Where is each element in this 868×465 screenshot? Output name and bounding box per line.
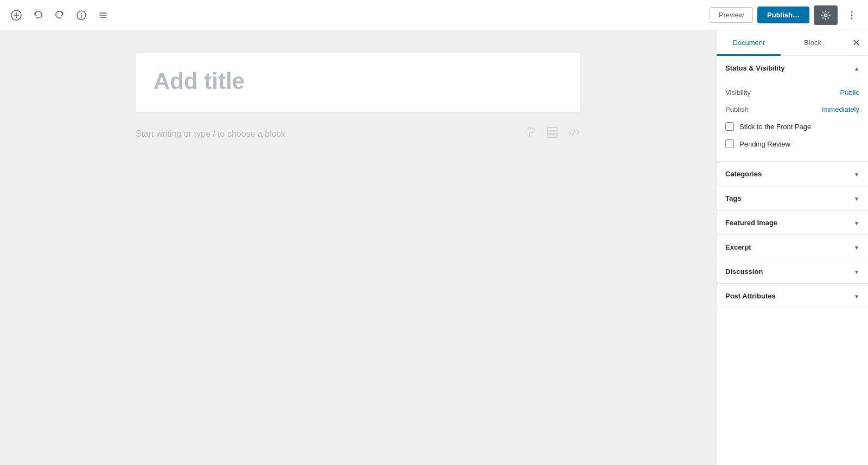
title-block	[136, 52, 580, 113]
svg-rect-13	[547, 128, 557, 137]
status-visibility-content: Visibility Public Publish Immediately St…	[717, 80, 868, 161]
section-featured-image: Featured Image	[717, 211, 868, 235]
section-tags: Tags	[717, 186, 868, 211]
svg-point-9	[825, 14, 827, 16]
add-block-button[interactable]	[7, 5, 26, 25]
visibility-value[interactable]: Public	[840, 88, 859, 97]
tags-title: Tags	[725, 194, 741, 202]
chevron-down-icon-categories	[854, 169, 859, 178]
section-discussion: Discussion	[717, 259, 868, 284]
pending-review-checkbox[interactable]	[725, 139, 734, 148]
editor-content: Start writing or type / to choose a bloc…	[136, 52, 580, 443]
post-attributes-header[interactable]: Post Attributes	[717, 284, 868, 308]
publish-label: Publish	[725, 105, 749, 113]
settings-button[interactable]	[814, 5, 838, 25]
close-sidebar-button[interactable]: ✕	[845, 30, 868, 55]
visibility-label: Visibility	[725, 88, 751, 97]
featured-image-title: Featured Image	[725, 219, 777, 227]
sidebar-tabs: Document Block ✕	[717, 30, 868, 56]
svg-point-10	[851, 11, 853, 12]
publish-value[interactable]: Immediately	[821, 105, 859, 113]
content-icons	[524, 126, 580, 142]
publish-button[interactable]: Publish…	[757, 7, 809, 23]
editor-area: Start writing or type / to choose a bloc…	[0, 30, 716, 465]
pending-review-label[interactable]: Pending Review	[739, 140, 790, 148]
main-layout: Start writing or type / to choose a bloc…	[0, 30, 868, 465]
toolbar-left	[7, 5, 113, 25]
preview-button[interactable]: Preview	[710, 7, 753, 23]
more-options-button[interactable]	[842, 5, 861, 25]
section-categories: Categories	[717, 162, 868, 186]
text-icon[interactable]	[524, 126, 537, 142]
undo-button[interactable]	[28, 5, 48, 25]
toolbar: Preview Publish…	[0, 0, 868, 30]
section-excerpt: Excerpt	[717, 235, 868, 259]
categories-header[interactable]: Categories	[717, 162, 868, 186]
stick-front-page-checkbox[interactable]	[725, 122, 734, 131]
svg-point-5	[81, 12, 82, 14]
tab-block[interactable]: Block	[781, 30, 845, 56]
sidebar: Document Block ✕ Status & Visibility Vis…	[716, 30, 868, 465]
status-visibility-header[interactable]: Status & Visibility	[717, 56, 868, 80]
svg-line-18	[573, 129, 575, 136]
excerpt-header[interactable]: Excerpt	[717, 235, 868, 259]
visibility-row: Visibility Public	[725, 84, 859, 101]
content-placeholder[interactable]: Start writing or type / to choose a bloc…	[136, 129, 515, 139]
svg-point-12	[851, 17, 853, 19]
section-status-visibility: Status & Visibility Visibility Public Pu…	[717, 56, 868, 162]
discussion-header[interactable]: Discussion	[717, 259, 868, 283]
featured-image-header[interactable]: Featured Image	[717, 211, 868, 234]
post-attributes-title: Post Attributes	[725, 292, 776, 300]
toolbar-right: Preview Publish…	[710, 5, 861, 25]
chevron-down-icon-featured-image	[854, 218, 859, 227]
publish-row: Publish Immediately	[725, 101, 859, 118]
tab-document[interactable]: Document	[717, 30, 781, 56]
stick-front-page-label[interactable]: Stick to the Front Page	[739, 123, 811, 131]
section-post-attributes: Post Attributes	[717, 284, 868, 308]
table-icon[interactable]	[546, 126, 559, 142]
chevron-up-icon	[854, 63, 859, 72]
list-view-button[interactable]	[93, 5, 113, 25]
discussion-title: Discussion	[725, 267, 763, 276]
redo-button[interactable]	[50, 5, 69, 25]
chevron-down-icon-post-attributes	[854, 291, 859, 300]
content-block: Start writing or type / to choose a bloc…	[136, 113, 580, 142]
pending-review-row: Pending Review	[725, 135, 859, 152]
chevron-down-icon-excerpt	[854, 243, 859, 251]
shortcode-icon[interactable]	[567, 126, 580, 142]
excerpt-title: Excerpt	[725, 243, 751, 251]
title-input[interactable]	[154, 68, 563, 95]
status-visibility-title: Status & Visibility	[725, 64, 785, 72]
stick-front-page-row: Stick to the Front Page	[725, 118, 859, 135]
categories-title: Categories	[725, 170, 762, 178]
chevron-down-icon-tags	[854, 194, 859, 202]
svg-point-11	[851, 14, 853, 16]
tags-header[interactable]: Tags	[717, 186, 868, 210]
chevron-down-icon-discussion	[854, 267, 859, 276]
info-button[interactable]	[72, 5, 91, 25]
